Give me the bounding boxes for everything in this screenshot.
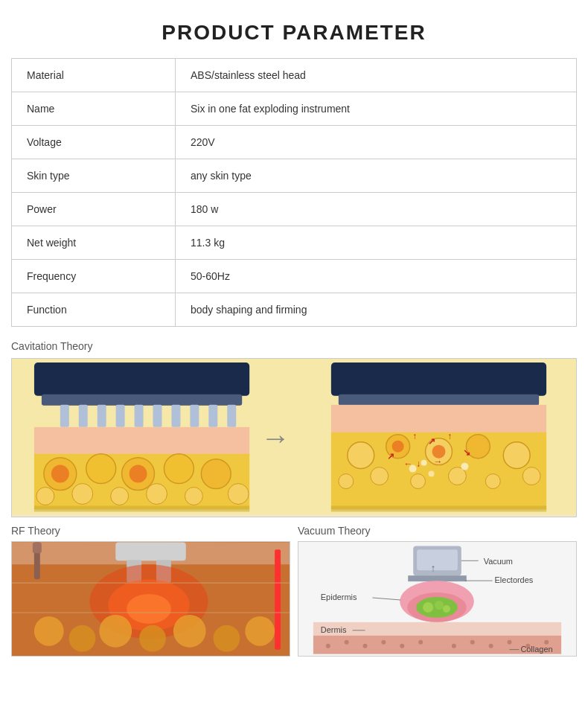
svg-text:↗: ↗ bbox=[428, 436, 435, 447]
svg-text:↑: ↑ bbox=[447, 431, 452, 441]
svg-text:↓: ↓ bbox=[417, 459, 421, 469]
svg-point-40 bbox=[339, 474, 354, 489]
svg-point-74 bbox=[173, 615, 206, 648]
svg-rect-31 bbox=[331, 405, 546, 433]
param-label: Material bbox=[12, 59, 176, 92]
rf-vacuum-row: RF Theory bbox=[11, 517, 577, 657]
rf-theory-title: RF Theory bbox=[11, 517, 290, 541]
svg-rect-83 bbox=[408, 576, 467, 582]
svg-point-39 bbox=[503, 442, 530, 469]
svg-point-45 bbox=[523, 467, 540, 485]
rf-vacuum-spacer bbox=[290, 517, 298, 657]
param-label: Function bbox=[12, 293, 176, 327]
param-value: ABS/stainless steel head bbox=[176, 59, 577, 92]
svg-text:→: → bbox=[433, 456, 442, 467]
svg-rect-6 bbox=[116, 405, 125, 427]
vacuum-section: Vacuum Theory ↑ Vacuum Electordes bbox=[298, 517, 577, 657]
svg-point-73 bbox=[139, 625, 166, 652]
svg-point-33 bbox=[348, 442, 374, 469]
svg-rect-30 bbox=[339, 395, 539, 406]
svg-rect-97 bbox=[313, 622, 561, 636]
table-row: Functionbody shaping and firming bbox=[12, 293, 577, 327]
table-row: NameSix in one fat exploding instrument bbox=[12, 92, 577, 126]
vacuum-diagram: ↑ Vacuum Electordes Epidermis bbox=[298, 541, 577, 657]
svg-rect-9 bbox=[171, 405, 180, 427]
param-label: Voltage bbox=[12, 126, 176, 159]
svg-rect-4 bbox=[79, 405, 88, 427]
rf-diagram bbox=[11, 541, 290, 657]
svg-point-24 bbox=[111, 488, 129, 505]
params-table: MaterialABS/stainless steel headNameSix … bbox=[11, 58, 577, 327]
table-row: MaterialABS/stainless steel head bbox=[12, 59, 577, 92]
svg-point-99 bbox=[326, 644, 330, 648]
svg-rect-3 bbox=[60, 405, 69, 427]
svg-rect-11 bbox=[208, 405, 217, 427]
svg-point-93 bbox=[435, 601, 444, 610]
svg-point-76 bbox=[245, 616, 275, 646]
svg-point-17 bbox=[86, 454, 116, 484]
table-row: Frequency50-60Hz bbox=[12, 260, 577, 293]
cavitation-theory-title: Cavitation Theory bbox=[11, 340, 577, 352]
svg-text:Epidermis: Epidermis bbox=[321, 593, 357, 601]
page-title: PRODUCT PARAMETER bbox=[0, 0, 588, 58]
svg-point-92 bbox=[423, 602, 433, 613]
svg-text:Vacuum: Vacuum bbox=[484, 558, 513, 566]
svg-text:↗: ↗ bbox=[387, 451, 394, 462]
svg-point-100 bbox=[345, 640, 349, 645]
svg-rect-1 bbox=[34, 363, 249, 396]
svg-point-71 bbox=[69, 625, 96, 652]
param-value: 50-60Hz bbox=[176, 260, 577, 293]
svg-rect-77 bbox=[275, 550, 281, 650]
param-value: 180 w bbox=[176, 193, 577, 226]
svg-text:Collagen: Collagen bbox=[520, 645, 552, 654]
svg-point-48 bbox=[429, 471, 435, 477]
svg-point-42 bbox=[411, 474, 426, 489]
table-row: Power180 w bbox=[12, 193, 577, 226]
svg-point-23 bbox=[72, 484, 93, 505]
svg-text:Dermis: Dermis bbox=[321, 625, 347, 634]
table-row: Skin typeany skin type bbox=[12, 159, 577, 193]
svg-point-22 bbox=[36, 488, 54, 505]
param-label: Power bbox=[12, 193, 176, 226]
svg-point-94 bbox=[443, 605, 450, 613]
svg-point-26 bbox=[185, 488, 202, 505]
svg-text:↑: ↑ bbox=[413, 431, 418, 441]
param-label: Frequency bbox=[12, 260, 176, 293]
svg-point-102 bbox=[381, 640, 386, 645]
svg-rect-10 bbox=[190, 405, 199, 427]
table-row: Net weight11.3 kg bbox=[12, 226, 577, 260]
param-value: any skin type bbox=[176, 159, 577, 193]
svg-point-25 bbox=[147, 484, 167, 505]
svg-point-107 bbox=[489, 644, 493, 648]
cavitation-diagram: → ↗ ↑ ↗ ↑ ↘ ↓ ← bbox=[11, 358, 577, 517]
svg-point-41 bbox=[371, 467, 389, 485]
svg-rect-29 bbox=[331, 363, 546, 396]
svg-rect-7 bbox=[135, 405, 144, 427]
svg-point-21 bbox=[201, 459, 231, 489]
svg-rect-82 bbox=[417, 550, 458, 571]
svg-point-101 bbox=[363, 644, 368, 648]
svg-point-69 bbox=[127, 594, 171, 624]
svg-rect-58 bbox=[34, 505, 249, 511]
param-value: 220V bbox=[176, 126, 577, 159]
svg-point-104 bbox=[418, 640, 423, 645]
svg-rect-12 bbox=[227, 405, 236, 427]
svg-rect-64 bbox=[115, 543, 185, 561]
svg-rect-63 bbox=[33, 543, 42, 554]
svg-point-106 bbox=[470, 640, 475, 645]
svg-rect-2 bbox=[42, 395, 242, 406]
svg-point-108 bbox=[507, 640, 511, 645]
param-value: 11.3 kg bbox=[176, 226, 577, 260]
param-label: Skin type bbox=[12, 159, 176, 193]
svg-point-20 bbox=[164, 454, 194, 484]
svg-text:←: ← bbox=[404, 459, 413, 469]
svg-rect-13 bbox=[34, 427, 249, 456]
param-value: Six in one fat exploding instrument bbox=[176, 92, 577, 126]
svg-point-16 bbox=[51, 465, 69, 483]
svg-rect-5 bbox=[98, 405, 106, 427]
svg-point-44 bbox=[485, 474, 500, 489]
param-label: Net weight bbox=[12, 226, 176, 260]
svg-point-72 bbox=[99, 615, 132, 648]
svg-text:→: → bbox=[261, 421, 290, 454]
svg-text:↘: ↘ bbox=[463, 447, 470, 458]
